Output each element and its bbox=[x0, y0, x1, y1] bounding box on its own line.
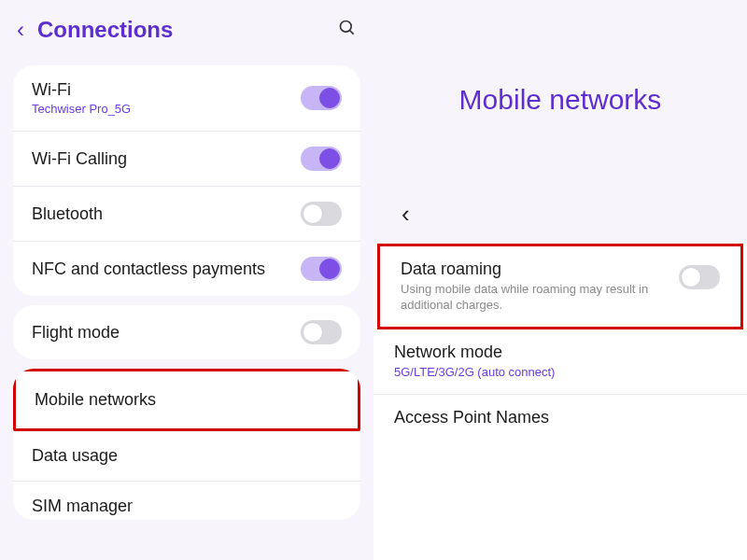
data-roaming-desc: Using mobile data while roaming may resu… bbox=[401, 282, 668, 314]
nfc-toggle[interactable] bbox=[301, 257, 342, 281]
back-icon[interactable]: ‹ bbox=[17, 17, 37, 43]
mobile-networks-title: Mobile networks bbox=[374, 84, 747, 116]
sim-manager-label: SIM manager bbox=[32, 497, 342, 516]
header: ‹ Connections bbox=[0, 9, 374, 56]
wifi-toggle[interactable] bbox=[301, 86, 342, 110]
wifi-calling-label: Wi-Fi Calling bbox=[32, 149, 301, 169]
data-usage-label: Data usage bbox=[32, 446, 342, 466]
connections-group-2: Flight mode bbox=[13, 305, 360, 359]
bluetooth-row[interactable]: Bluetooth bbox=[13, 187, 360, 242]
connections-group-3: Mobile networks Data usage SIM manager bbox=[13, 369, 360, 520]
svg-line-1 bbox=[350, 30, 354, 34]
data-roaming-row[interactable]: Data roaming Using mobile data while roa… bbox=[377, 244, 743, 329]
connections-pane: ‹ Connections Wi-Fi Techwiser Pro_5G Wi-… bbox=[0, 0, 374, 560]
data-roaming-toggle[interactable] bbox=[679, 265, 720, 289]
network-mode-value: 5G/LTE/3G/2G (auto connect) bbox=[394, 365, 715, 381]
wifi-calling-toggle[interactable] bbox=[301, 147, 342, 171]
page-title: Connections bbox=[37, 17, 338, 43]
nfc-row[interactable]: NFC and contactless payments bbox=[13, 242, 360, 296]
back-icon[interactable]: ‹ bbox=[402, 200, 728, 229]
network-mode-label: Network mode bbox=[394, 343, 715, 362]
apn-label: Access Point Names bbox=[394, 408, 715, 427]
mobile-networks-label: Mobile networks bbox=[35, 390, 339, 410]
flight-mode-toggle[interactable] bbox=[301, 320, 342, 344]
bluetooth-label: Bluetooth bbox=[32, 204, 301, 224]
data-roaming-label: Data roaming bbox=[401, 259, 668, 279]
wifi-calling-row[interactable]: Wi-Fi Calling bbox=[13, 132, 360, 187]
nfc-label: NFC and contactless payments bbox=[32, 259, 301, 279]
wifi-network: Techwiser Pro_5G bbox=[32, 102, 301, 116]
right-title-area: Mobile networks bbox=[374, 0, 747, 190]
bluetooth-toggle[interactable] bbox=[301, 202, 342, 226]
right-header: ‹ bbox=[374, 190, 747, 244]
svg-point-0 bbox=[341, 21, 352, 32]
apn-row[interactable]: Access Point Names bbox=[374, 395, 747, 441]
mobile-networks-pane: Mobile networks ‹ Data roaming Using mob… bbox=[374, 0, 747, 560]
flight-mode-row[interactable]: Flight mode bbox=[13, 305, 360, 359]
mobile-networks-list: Data roaming Using mobile data while roa… bbox=[374, 244, 747, 560]
sim-manager-row[interactable]: SIM manager bbox=[13, 482, 360, 520]
data-usage-row[interactable]: Data usage bbox=[13, 431, 360, 482]
connections-group-1: Wi-Fi Techwiser Pro_5G Wi-Fi Calling Blu… bbox=[13, 65, 360, 296]
network-mode-row[interactable]: Network mode 5G/LTE/3G/2G (auto connect) bbox=[374, 329, 747, 395]
flight-mode-label: Flight mode bbox=[32, 323, 301, 343]
wifi-label: Wi-Fi bbox=[32, 80, 301, 100]
wifi-row[interactable]: Wi-Fi Techwiser Pro_5G bbox=[13, 65, 360, 132]
mobile-networks-row[interactable]: Mobile networks bbox=[13, 369, 360, 431]
search-icon[interactable] bbox=[338, 19, 357, 42]
